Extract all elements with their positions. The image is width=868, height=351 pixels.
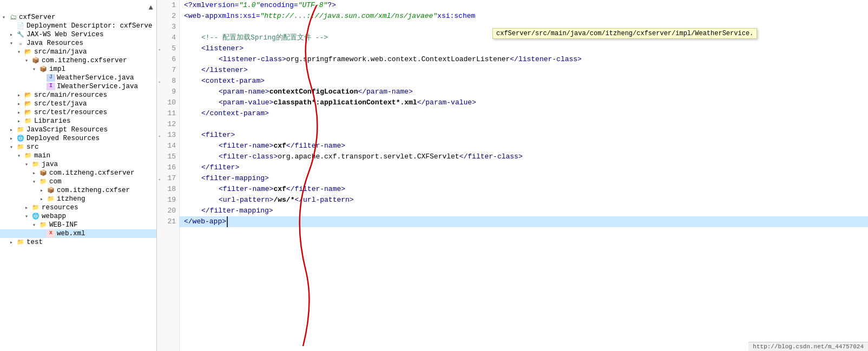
label-src: src: [27, 143, 39, 151]
tree-item-cxfServer[interactable]: 🗂cxfServer: [0, 13, 156, 22]
tree-item-main[interactable]: 📁main: [0, 151, 156, 160]
line-num-12: 12: [157, 119, 179, 130]
tree-item-IWeatherService-java[interactable]: IIWeatherService.java: [0, 82, 156, 91]
label-test: test: [27, 239, 43, 246]
tree-item-java-resources[interactable]: ☕Java Resources: [0, 39, 156, 48]
line-num-4: 4: [157, 32, 179, 43]
arrow-java: [25, 161, 31, 168]
tree-item-java[interactable]: 📁java: [0, 160, 156, 169]
tree-item-WEB-INF[interactable]: 📁WEB-INF: [0, 221, 156, 229]
line-num-15: 15: [157, 151, 179, 162]
code-line-9[interactable]: <param-name>contextConfigLocation</param…: [180, 87, 868, 97]
code-line-20[interactable]: </filter-mapping>: [180, 206, 868, 216]
code-line-7[interactable]: </listener>: [180, 65, 868, 76]
line-num-3: 3: [157, 22, 179, 32]
code-line-13[interactable]: <filter>: [180, 130, 868, 141]
tree-item-src[interactable]: 📁src: [0, 143, 156, 151]
line-num-7: 7: [157, 65, 179, 76]
tree-item-itzheng[interactable]: 📁itzheng: [0, 195, 156, 203]
icon-src-folder: 📁: [24, 152, 32, 160]
tree-item-deployment-descriptor[interactable]: 📄Deployment Descriptor: cxfServe: [0, 22, 156, 30]
icon-folder: 📁: [24, 117, 32, 125]
label-resources: resources: [42, 204, 78, 211]
tree-item-impl[interactable]: 📦impl: [0, 65, 156, 74]
xml-editor[interactable]: 12345◦678◦910111213◦14151617◦18192021 cx…: [157, 0, 868, 351]
label-cxfServer: cxfServer: [19, 14, 56, 21]
code-line-19[interactable]: <url-pattern>/ws/*</url-pattern>: [180, 195, 868, 206]
tree-item-web-xml[interactable]: xweb.xml: [0, 229, 156, 238]
line-num-6: 6: [157, 54, 179, 65]
arrow-jaxws: [10, 31, 16, 38]
code-line-5[interactable]: <listener>: [180, 43, 868, 54]
code-line-21[interactable]: </web-app>: [180, 216, 868, 227]
code-line-6[interactable]: <listener-class>org.springframework.web.…: [180, 54, 868, 65]
code-line-12[interactable]: [180, 119, 868, 130]
tree-item-jaxws[interactable]: 🔧JAX-WS Web Services: [0, 30, 156, 39]
label-java-resources: Java Resources: [27, 39, 83, 47]
arrow-com-itzheng-cxfserver3: [40, 187, 47, 194]
code-line-18[interactable]: <filter-name>cxf</filter-name>: [180, 184, 868, 195]
arrow-resources: [25, 204, 31, 211]
tree-item-js-resources[interactable]: 📁JavaScript Resources: [0, 125, 156, 134]
tree-item-src-test-java[interactable]: 📂src/test/java: [0, 100, 156, 108]
icon-deployed: 🌐: [16, 135, 25, 142]
label-com-itzheng-cxfserver: com.itzheng.cxfserver: [42, 57, 127, 64]
tree-item-src-main-java[interactable]: 📂src/main/java: [0, 48, 156, 56]
code-line-2[interactable]: <web-app xmlns:xsi="http://...:://java.s…: [180, 11, 868, 22]
arrow-itzheng: [40, 196, 47, 202]
tree-item-com-itzheng-cxfserver2[interactable]: 📦com.itzheng.cxfserver: [0, 169, 156, 177]
arrow-src-test-java: [17, 101, 24, 107]
line-num-8: 8◦: [157, 76, 179, 87]
icon-package: 📦: [39, 65, 48, 73]
icon-src-folder: 📁: [39, 178, 48, 186]
tree-item-com-itzheng-cxfserver3[interactable]: 📦com.itzheng.cxfser: [0, 186, 156, 195]
icon-xml: x: [47, 230, 55, 237]
tree-item-WeatherService-java[interactable]: JWeatherService.java: [0, 74, 156, 82]
label-web-xml: web.xml: [57, 230, 86, 237]
tree-item-test[interactable]: 📁test: [0, 238, 156, 247]
icon-java-res: ☕: [16, 39, 25, 47]
label-deployed-resources: Deployed Resources: [27, 135, 100, 142]
code-line-16[interactable]: </filter>: [180, 162, 868, 173]
icon-src-folder: 📁: [16, 239, 25, 246]
label-src-test-java: src/test/java: [34, 100, 87, 108]
code-line-10[interactable]: <param-value>classpath*:applicationConte…: [180, 97, 868, 108]
label-deployment-descriptor: Deployment Descriptor: cxfServe: [27, 22, 153, 30]
icon-src-folder: 📁: [31, 204, 40, 211]
code-line-8[interactable]: <context-param>: [180, 76, 868, 87]
line-num-20: 20: [157, 206, 179, 216]
status-bar: http://blog.csdn.net/m_44757024: [748, 342, 868, 351]
arrow-webapp: [25, 213, 31, 220]
line-num-11: 11: [157, 108, 179, 119]
code-line-15[interactable]: <filter-class>org.apache.cxf.transport.s…: [180, 151, 868, 162]
tree-item-webapp[interactable]: 🌐webapp: [0, 212, 156, 221]
tree-item-libraries[interactable]: 📁Libraries: [0, 117, 156, 125]
code-line-11[interactable]: </context-param>: [180, 108, 868, 119]
code-line-1[interactable]: <?xml version="1.0" encoding="UTF-8"?>: [180, 0, 868, 11]
icon-src-folder: 📁: [31, 161, 40, 168]
label-main: main: [34, 152, 50, 160]
arrow-src-test-resources: [17, 109, 24, 116]
line-num-9: 9: [157, 87, 179, 97]
icon-project: 🗂: [9, 14, 17, 21]
tree-item-com-itzheng-cxfserver[interactable]: 📦com.itzheng.cxfserver: [0, 56, 156, 65]
tree-item-deployed-resources[interactable]: 🌐Deployed Resources: [0, 134, 156, 143]
tree-item-src-test-resources[interactable]: 📂src/test/resources: [0, 108, 156, 117]
code-content[interactable]: cxfServer/src/main/java/com/itzheng/cxfs…: [180, 0, 868, 351]
tree-item-resources[interactable]: 📁resources: [0, 203, 156, 212]
line-num-17: 17◦: [157, 173, 179, 184]
line-num-5: 5◦: [157, 43, 179, 54]
project-tree[interactable]: ▲ 🗂cxfServer📄Deployment Descriptor: cxfS…: [0, 0, 157, 351]
icon-interface: I: [47, 83, 55, 90]
code-line-14[interactable]: <filter-name>cxf</filter-name>: [180, 141, 868, 151]
tree-item-com[interactable]: 📁com: [0, 177, 156, 186]
icon-src: 📂: [24, 100, 32, 108]
label-WeatherService-java: WeatherService.java: [57, 74, 134, 82]
code-line-17[interactable]: <filter-mapping>: [180, 173, 868, 184]
label-src-main-java: src/main/java: [34, 48, 87, 56]
tree-item-src-main-resources[interactable]: 📂src/main/resources: [0, 91, 156, 100]
arrow-deployed-resources: [10, 135, 16, 142]
label-IWeatherService-java: IWeatherService.java: [57, 83, 138, 90]
arrow-test: [10, 239, 16, 246]
line-num-18: 18: [157, 184, 179, 195]
